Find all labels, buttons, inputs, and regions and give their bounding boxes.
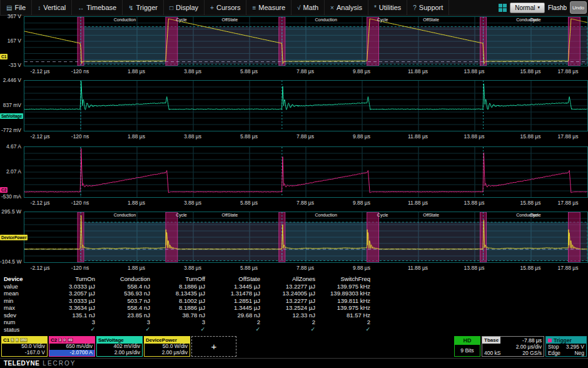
table-status-icon: ✓ [260,326,315,334]
channel-badge-c2-current[interactable]: C2 [0,187,8,193]
table-cell: 2 [260,319,315,326]
descriptor-badge: 0 [63,338,66,342]
y-axis-label: 4.67 A [0,143,21,150]
x-axis-label: 11.88 µs [390,133,446,140]
zone-label-cycle: Cycle [530,213,541,217]
add-trace-button[interactable]: + [191,336,236,357]
x-axis-label: 13.88 µs [446,68,502,74]
table-cell: 558.4 nJ [95,283,150,290]
x-axis-label: -120 ns [52,68,108,74]
tbase-scale: 2.00 µs/div [482,344,544,350]
tbase-rate: 20 GS/s [522,350,542,356]
zone-label-cycle: Cycle [176,18,187,22]
zone-label-conduction: Conduction [114,18,136,22]
table-cell: 2 [315,319,370,326]
y-axis-label: 167 V [0,38,21,44]
descriptor-line: 2.00 µs/div [144,350,190,356]
trigger-row-right: 3.295 V [566,344,584,350]
waveform-grid-devicepower[interactable]: ConductionCycleOffStateConductionCycleOf… [24,212,588,263]
y-axis-label: 367 V [0,13,21,19]
table-col-header: Conduction [95,275,150,283]
descriptor-badge: 3 [58,338,61,342]
x-axis-label: 9.88 µs [333,200,390,206]
table-status-icon: ✓ [95,326,150,334]
table-cell: 1.31478 µJ [205,290,260,297]
zone-label-conduction: Conduction [114,213,136,217]
hd-bits: 9 Bits [455,345,480,356]
table-cell: 3 [40,319,95,326]
table-cell: 38.78 nJ [150,312,205,319]
table-col-header: TurnOff [150,275,205,283]
waveform-plot [24,17,587,66]
timebase-descriptor[interactable]: Tbase-7.88 µs2.00 µs/div400 kS20 GS/s [482,336,544,357]
descriptor-bar: C15805050.0 V/div-167.0 VC23049650 mA/di… [0,336,588,357]
trigger-descriptor[interactable]: TriggerStop3.295 VEdgeNeg [545,336,587,357]
panel-devicepower: 295.5 W95.5 W-104.5 WDevicePowerConducti… [0,212,588,275]
logo-teledyne: TELEDYNE [4,360,39,367]
x-axis-label: 9.88 µs [333,68,390,74]
table-cell: 1.2851 µJ [205,297,260,305]
x-axis-label: 17.88 µs [540,133,588,140]
x-axis-label: 11.88 µs [390,200,446,206]
table-col-header: SwitchFreq [315,275,370,283]
zone-label-conduction: Conduction [315,18,337,22]
descriptor-devicepower[interactable]: DevicePower50.0 W/div2.00 µs/div [144,336,190,357]
channel-badge-c1-voltage[interactable]: C1 [0,54,8,59]
trigger-row-left: Edge [548,350,560,356]
table-row-label: mean [4,290,40,297]
waveform-grid-c2-current[interactable] [24,146,588,198]
descriptor-line: -2.0700 A [49,350,94,356]
table-row-label: value [4,283,40,290]
table-cell: 558.4 nJ [95,304,150,312]
table-row-label: sdev [4,312,40,319]
table-cell: 135.1 nJ [40,312,95,319]
waveform-grid-satvoltage[interactable] [24,80,588,131]
waveform-plot [24,212,587,262]
channel-badge-devicepower[interactable]: DevicePower [0,235,28,240]
x-axis-label: 9.88 µs [333,265,390,271]
table-cell: 8.1002 µJ [150,297,205,305]
waveform-grid-c1-voltage[interactable]: ConductionCycleOffStateConductionCycleOf… [24,16,588,66]
x-axis-label: 13.88 µs [446,200,502,206]
tbase-header: Tbase-7.88 µs [482,337,544,344]
y-axis-label: 2.07 A [0,168,21,175]
x-axis-label: -120 ns [52,133,108,140]
descriptor-c2[interactable]: C23049650 mA/div-2.0700 A [49,336,95,357]
descriptor-satvoltage[interactable]: SatVoltage402 mV/div2.00 µs/div [96,336,143,357]
logo-lecroy: LECROY [43,360,76,367]
brand-logo: TELEDYNE LECROY [0,358,588,368]
x-axis-label: 1.88 µs [108,133,165,140]
table-status-icon: ✓ [205,326,260,334]
table-cell: 536.93 nJ [95,290,150,297]
x-axis-label: 11.88 µs [390,68,446,74]
descriptor-badge: 050 [20,338,28,342]
x-axis-label: 17.88 µs [540,68,588,74]
x-axis-label: 7.88 µs [277,200,333,206]
descriptor-channel-label: C1 [3,337,9,344]
zone-label-offstate: OffState [423,18,439,22]
table-corner: Device [4,275,40,283]
x-axis-label: 1.88 µs [108,68,165,74]
x-axis-label: 1.88 µs [108,200,165,206]
table-status-icon: ✓ [150,326,205,334]
table-row-label: status [4,326,40,334]
descriptor-body: 50.0 V/div-167.0 V [2,344,47,356]
hd-indicator: HD9 Bits [454,336,480,357]
table-cell: 81.57 Hz [315,312,370,319]
x-axis-label: 1.88 µs [108,265,165,271]
table-cell: 139.89303 kHz [315,290,370,297]
x-axis-label: 5.88 µs [221,200,277,206]
oscilloscope-app: ▤File↕Vertical↔Timebase↯Trigger□Display+… [0,0,588,368]
table-cell: 8.13435 µJ [150,290,205,297]
table-row-label: min [4,297,40,305]
waveform-plot [24,147,587,197]
trigger-row-left: Stop [548,344,559,350]
x-axis-label: 13.88 µs [446,265,502,271]
descriptor-c1[interactable]: C15805050.0 V/div-167.0 V [1,336,48,357]
channel-badge-satvoltage[interactable]: SatVoltage [0,113,23,119]
table-status-icon: ✓ [40,326,95,334]
table-status-icon: ✓ [315,326,370,334]
x-axis-labels: -2.12 µs-120 ns1.88 µs3.88 µs5.88 µs7.88… [0,131,588,143]
x-axis-label: 17.88 µs [540,200,588,206]
panel-satvoltage: 2.446 V837 mV-772 mVSatVoltage-2.12 µs-1… [0,80,588,144]
